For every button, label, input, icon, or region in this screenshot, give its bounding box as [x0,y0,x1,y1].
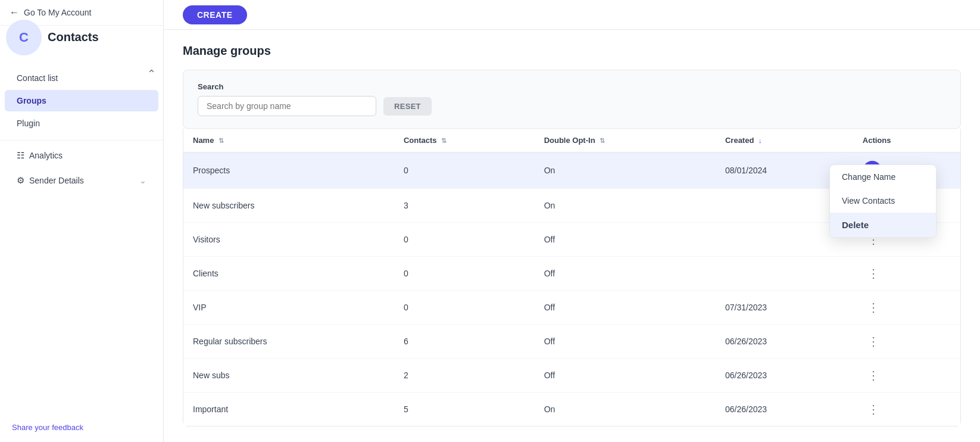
cell-contacts: 0 [394,152,535,189]
search-label: Search [198,82,946,91]
cell-actions: ⋮ [853,359,960,393]
cell-name: New subs [183,359,394,393]
col-name[interactable]: Name ⇅ [183,129,394,152]
sidebar-footer: Share your feedback [0,412,163,442]
search-input[interactable] [198,96,376,116]
cell-name: Clients [183,257,394,291]
sort-name-icon: ⇅ [219,137,224,145]
col-double-opt-in[interactable]: Double Opt-In ⇅ [535,129,716,152]
sidebar-item-plugin[interactable]: Plugin [5,113,158,134]
sidebar-item-contact-list[interactable]: Contact list [5,67,158,89]
table-row: New subs 2 Off 06/26/2023 ⋮ [183,359,960,393]
cell-created [716,257,853,291]
cell-contacts: 3 [394,189,535,223]
create-button[interactable]: CREATE [183,5,247,24]
cell-actions: ⋮ [853,291,960,325]
top-bar: CREATE [164,0,980,30]
cell-name: Visitors [183,223,394,257]
avatar: C [6,20,42,55]
table-row: Regular subscribers 6 Off 06/26/2023 ⋮ [183,325,960,359]
back-arrow-icon: ← [10,7,19,18]
dropdown-view-contacts[interactable]: View Contacts [830,189,936,213]
cell-double-opt-in: Off [535,257,716,291]
table-header-row: Name ⇅ Contacts ⇅ Double Opt-In ⇅ Crea [183,129,960,152]
search-row: RESET [198,96,946,116]
cell-double-opt-in: On [535,393,716,427]
sidebar-divider [0,140,163,141]
cell-double-opt-in: Off [535,223,716,257]
reset-button[interactable]: RESET [383,97,432,116]
table-row: VIP 0 Off 07/31/2023 ⋮ [183,291,960,325]
actions-button[interactable]: ⋮ [863,367,884,384]
cell-contacts: 5 [394,393,535,427]
col-name-label: Name [193,136,214,145]
chevron-down-icon: ⌄ [139,176,146,185]
actions-dropdown: Change Name View Contacts Delete [829,164,937,238]
table-row: Clients 0 Off ⋮ [183,257,960,291]
cell-double-opt-in: On [535,152,716,189]
col-created[interactable]: Created ↓ [716,129,853,152]
gear-icon: ⚙ [17,175,24,186]
cell-name: Important [183,393,394,427]
cell-created: 07/31/2023 [716,291,853,325]
contact-list-label: Contact list [17,73,58,83]
col-double-opt-in-label: Double Opt-In [544,136,595,145]
cell-double-opt-in: Off [535,291,716,325]
cell-actions: ⋮ [853,257,960,291]
cell-created: 06/26/2023 [716,359,853,393]
col-contacts-label: Contacts [404,136,437,145]
actions-button[interactable]: ⋮ [863,265,884,282]
sidebar: ← Go To My Account C Contacts ⌃ Contact … [0,0,164,442]
analytics-icon: ☷ [17,150,24,161]
cell-name: Prospects [183,152,394,189]
dropdown-delete[interactable]: Delete [830,213,936,237]
cell-contacts: 0 [394,257,535,291]
back-label: Go To My Account [24,8,91,17]
cell-contacts: 0 [394,291,535,325]
cell-contacts: 6 [394,325,535,359]
col-actions-label: Actions [863,136,891,145]
cell-created: 06/26/2023 [716,393,853,427]
cell-contacts: 0 [394,223,535,257]
actions-button[interactable]: ⋮ [863,401,884,418]
table-row: Important 5 On 06/26/2023 ⋮ [183,393,960,427]
sender-details-label: Sender Details [29,176,84,185]
cell-double-opt-in: Off [535,359,716,393]
analytics-label: Analytics [29,151,63,160]
cell-actions: ⋮ [853,393,960,427]
collapse-button[interactable]: ⌃ [147,67,156,80]
groups-table-wrapper: Name ⇅ Contacts ⇅ Double Opt-In ⇅ Crea [183,129,961,427]
cell-double-opt-in: Off [535,325,716,359]
dropdown-change-name[interactable]: Change Name [830,165,936,189]
col-created-label: Created [725,136,754,145]
sort-created-icon: ↓ [759,137,762,144]
cell-name: New subscribers [183,189,394,223]
cell-actions: ⋮ [853,325,960,359]
actions-button[interactable]: ⋮ [863,333,884,350]
cell-contacts: 2 [394,359,535,393]
feedback-link[interactable]: Share your feedback [12,423,83,432]
nav-section: Contact list Groups Plugin [0,64,163,138]
groups-label: Groups [17,96,46,105]
col-actions: Actions [853,129,960,152]
actions-button[interactable]: ⋮ [863,299,884,316]
col-contacts[interactable]: Contacts ⇅ [394,129,535,152]
main-content: CREATE Manage groups Search RESET Name ⇅ [164,0,980,442]
sidebar-item-analytics[interactable]: ☷ Analytics [5,144,158,167]
cell-name: VIP [183,291,394,325]
cell-created: 06/26/2023 [716,325,853,359]
cell-double-opt-in: On [535,189,716,223]
page-title: Manage groups [183,44,961,58]
sidebar-item-sender-details[interactable]: ⚙ Sender Details ⌄ [5,169,158,192]
sidebar-item-groups[interactable]: Groups [5,90,158,111]
cell-name: Regular subscribers [183,325,394,359]
sort-double-opt-in-icon: ⇅ [600,137,605,145]
sort-contacts-icon: ⇅ [441,137,447,145]
content-area: Manage groups Search RESET Name ⇅ [164,30,980,442]
contacts-header: C Contacts ⌃ [0,26,163,64]
plugin-label: Plugin [17,119,40,128]
search-section: Search RESET [183,70,961,129]
